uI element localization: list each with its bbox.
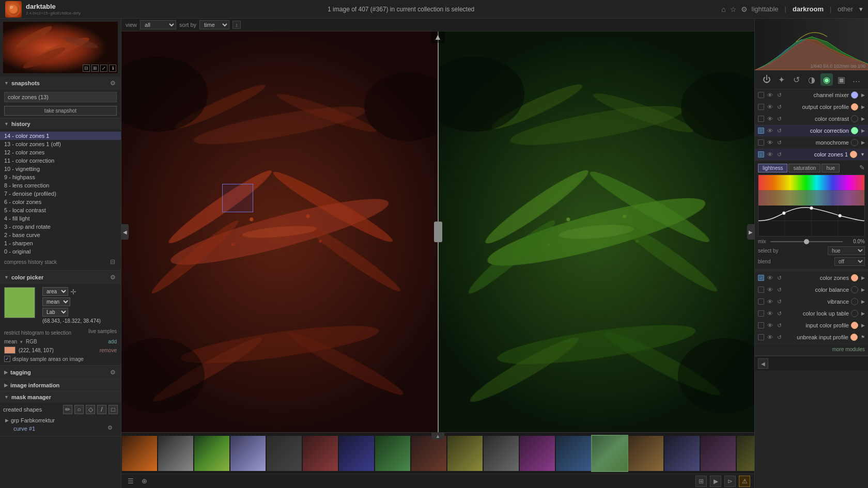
tab-lightness[interactable]: lightness	[758, 164, 787, 172]
history-item-14[interactable]: 14 - color zones 1	[0, 132, 121, 140]
color-balance-reset[interactable]: ↺	[776, 286, 783, 293]
view-select[interactable]: all flagged rejected	[140, 20, 176, 29]
mask-draw-icon[interactable]: ✏	[63, 405, 72, 414]
monochrome-label[interactable]: monochrome	[785, 139, 849, 146]
module-color-icon[interactable]: ◉	[820, 73, 833, 86]
color-correction-reset[interactable]: ↺	[776, 127, 783, 134]
input-color-profile-reset[interactable]: ↺	[776, 322, 783, 329]
tab-saturation[interactable]: saturation	[788, 164, 820, 172]
filmstrip-add-icon[interactable]: ⊕	[139, 476, 149, 486]
output-color-profile-toggle[interactable]	[758, 104, 764, 110]
display-samples-checkbox[interactable]: ✓	[4, 356, 10, 362]
film-item-1[interactable]	[158, 436, 193, 471]
mask-curve-label[interactable]: curve #1	[13, 426, 35, 432]
film-item-17[interactable]	[737, 436, 754, 471]
sort-direction-button[interactable]: ↕	[233, 21, 241, 29]
image-view[interactable]: ▲	[121, 32, 754, 432]
history-item-12[interactable]: 12 - color zones	[0, 148, 121, 156]
history-item-6[interactable]: 6 - color zones	[0, 198, 121, 206]
film-item-0[interactable]	[122, 436, 157, 471]
nav-home-icon[interactable]: ⌂	[721, 5, 725, 13]
color-contrast-reset[interactable]: ↺	[776, 115, 783, 122]
module-film-icon[interactable]: ▣	[835, 73, 848, 86]
monochrome-toggle[interactable]	[758, 139, 764, 146]
mask-group-header[interactable]: ▶ grp Farbkorrektur	[5, 417, 116, 423]
left-panel-collapse-arrow[interactable]: ◀	[121, 224, 129, 240]
unbreak-toggle[interactable]	[758, 334, 764, 340]
mask-node-icon[interactable]: ◇	[86, 405, 95, 414]
history-item-2[interactable]: 2 - base curve	[0, 231, 121, 239]
film-item-16[interactable]	[701, 436, 736, 471]
compress-history-button[interactable]: compress history stack ⊟	[4, 258, 117, 266]
channel-mixer-label[interactable]: channel mixer	[785, 92, 849, 98]
monochrome-arrow[interactable]: ▶	[861, 140, 865, 145]
unbreak-label[interactable]: unbreak input profile	[785, 334, 848, 340]
nav-gear-icon[interactable]: ⚙	[741, 5, 748, 13]
vibrance-reset[interactable]: ↺	[776, 298, 783, 305]
snapshot-item[interactable]: color zones (13)	[4, 92, 117, 102]
mask-manager-header[interactable]: ▼ mask manager	[0, 391, 121, 403]
film-item-3[interactable]	[230, 436, 266, 471]
channel-mixer-toggle[interactable]	[758, 92, 764, 98]
history-header[interactable]: ▼ history	[0, 118, 121, 130]
module-presets-icon[interactable]: ✦	[776, 73, 788, 86]
filmstrip-grid-icon[interactable]: ⊞	[695, 476, 707, 487]
film-item-7[interactable]	[375, 436, 410, 471]
color-picker-header[interactable]: ▼ color picker ⚙	[0, 271, 121, 284]
color-zones-1-label[interactable]: color zones 1	[785, 151, 848, 158]
unbreak-reset[interactable]: ↺	[776, 334, 783, 341]
vibrance-label[interactable]: vibrance	[785, 298, 849, 305]
filmstrip-menu-icon[interactable]: ☰	[126, 476, 136, 486]
nav-darkroom[interactable]: darkroom	[793, 5, 824, 13]
right-panel-collapse-arrow[interactable]: ▶	[747, 224, 754, 240]
history-item-3[interactable]: 3 - crop and rotate	[0, 223, 121, 231]
picker-colorspace-select[interactable]: Lab RGB	[42, 308, 68, 317]
filmstrip-warning-icon[interactable]: ⚠	[739, 476, 750, 487]
restrict-label[interactable]: restrict histogram to selection	[4, 327, 71, 336]
mask-settings-icon[interactable]: ⚙	[107, 424, 116, 433]
snapshots-settings-icon[interactable]: ⚙	[109, 79, 117, 87]
color-zones-label[interactable]: color zones	[785, 275, 849, 281]
split-handle[interactable]	[434, 222, 442, 242]
app-logo[interactable]	[5, 1, 22, 18]
monochrome-reset[interactable]: ↺	[776, 139, 783, 146]
channel-mixer-reset[interactable]: ↺	[776, 91, 783, 99]
mean-dropdown-icon[interactable]: ▾	[20, 339, 23, 344]
history-item-11[interactable]: 11 - color correction	[0, 156, 121, 165]
thumb-zoom-out[interactable]: ⊟	[83, 65, 90, 72]
color-contrast-toggle[interactable]	[758, 116, 764, 122]
monochrome-eye[interactable]: 👁	[766, 139, 773, 146]
color-contrast-eye[interactable]: 👁	[766, 115, 773, 122]
right-collapse-icon[interactable]: ◀	[758, 358, 768, 369]
output-color-profile-label[interactable]: output color profile	[785, 104, 849, 110]
history-item-4[interactable]: 4 - fill light	[0, 214, 121, 223]
nav-lighttable[interactable]: lighttable	[752, 5, 779, 13]
filmstrip-play-icon[interactable]: ▶	[710, 476, 721, 487]
nav-other[interactable]: other	[838, 5, 853, 13]
module-bw-icon[interactable]: ◑	[805, 73, 818, 86]
history-item-1[interactable]: 1 - sharpen	[0, 239, 121, 247]
color-correction-toggle[interactable]: ✓	[758, 128, 764, 134]
film-item-13[interactable]	[592, 436, 627, 471]
channel-mixer-arrow[interactable]: ▶	[861, 92, 865, 98]
film-item-15[interactable]	[664, 436, 700, 471]
color-balance-arrow[interactable]: ▶	[861, 287, 865, 292]
color-lut-label[interactable]: color look up table	[785, 310, 849, 317]
film-item-10[interactable]	[484, 436, 519, 471]
input-color-profile-label[interactable]: input color profile	[785, 322, 849, 328]
sort-select[interactable]: time name rating	[199, 20, 229, 29]
thumb-zoom-in[interactable]: ⊞	[91, 65, 99, 72]
thumb-info[interactable]: ℹ	[109, 65, 116, 72]
color-picker-settings-icon[interactable]: ⚙	[109, 273, 117, 281]
mask-square-icon[interactable]: □	[109, 405, 118, 414]
color-zones-expand-arrow[interactable]: ▶	[861, 275, 865, 280]
history-item-10[interactable]: 10 - vignetting	[0, 165, 121, 173]
module-power-icon[interactable]: ⏻	[761, 73, 773, 86]
remove-sample-button[interactable]: remove	[100, 348, 117, 353]
color-correction-arrow[interactable]: ▶	[861, 128, 865, 133]
film-item-12[interactable]	[556, 436, 591, 471]
color-zones-1-eye[interactable]: 👁	[766, 151, 773, 158]
snapshots-header[interactable]: ▼ snapshots ⚙	[0, 76, 121, 90]
module-reset-icon[interactable]: ↺	[791, 73, 803, 86]
mix-slider[interactable]	[770, 241, 843, 242]
